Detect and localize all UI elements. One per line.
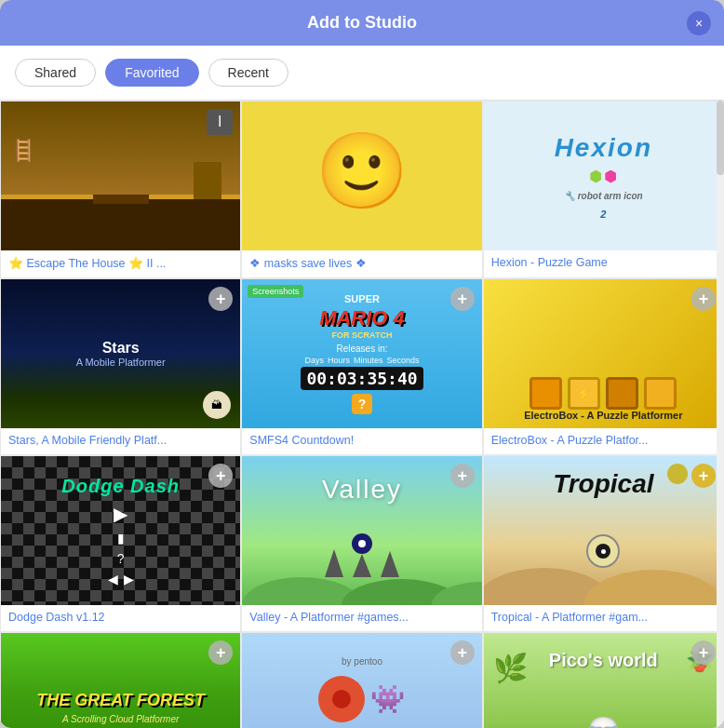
tab-recent[interactable]: Recent bbox=[208, 59, 288, 87]
svg-marker-3 bbox=[325, 549, 343, 577]
game-item-electro[interactable]: ⚡ ElectroBox - A Puzzle Platformer + Ele… bbox=[483, 278, 724, 455]
game-thumb-electro: ⚡ ElectroBox - A Puzzle Platformer + bbox=[484, 279, 723, 428]
game-item-smfs4[interactable]: Screenshots SUPER MARIO 4 FOR SCRATCH Re… bbox=[241, 278, 482, 455]
game-title-smfs4: SMFS4 Countdown! bbox=[242, 428, 481, 454]
game-title-hexion: Hexion - Puzzle Game bbox=[484, 250, 723, 276]
content-area: 🪜 I ⭐ Escape The House ⭐ II ... 🙂 ❖ mask… bbox=[0, 101, 724, 728]
modal-title: Add to Studio bbox=[307, 13, 417, 32]
game-item-valley[interactable]: Valley bbox=[241, 455, 482, 632]
modal-header: Add to Studio × bbox=[0, 0, 724, 46]
game-thumb-smfs4: Screenshots SUPER MARIO 4 FOR SCRATCH Re… bbox=[242, 279, 481, 428]
game-item-dodge[interactable]: Dodge Dash ▶ ▮ ? ◀▶ + Dodge Dash v1.12 bbox=[0, 455, 241, 632]
game-title-dodge: Dodge Dash v1.12 bbox=[1, 605, 240, 631]
game-item-masks[interactable]: 🙂 ❖ masks save lives ❖ bbox=[241, 101, 482, 278]
game-thumb-stars: Stars A Mobile Platformer 🏔 + bbox=[1, 279, 240, 428]
add-button-smfs4[interactable]: + bbox=[450, 287, 475, 311]
add-button-valley[interactable]: + bbox=[450, 464, 475, 488]
add-to-studio-modal: Add to Studio × Shared Favorited Recent … bbox=[0, 0, 724, 728]
game-thumb-tropical: Tropical bbox=[484, 456, 723, 605]
add-button-tropical[interactable]: + bbox=[691, 464, 716, 488]
game-thumb-squary: by pentoo 👾 PASS GO bbox=[242, 633, 481, 728]
tab-shared[interactable]: Shared bbox=[15, 59, 96, 87]
game-item-stars[interactable]: Stars A Mobile Platformer 🏔 + Stars, A M… bbox=[0, 278, 241, 455]
game-item-forest[interactable]: THE GREAT FOREST A Scrolling Cloud Platf… bbox=[0, 632, 241, 728]
game-title-electro: ElectroBox - A Puzzle Platfor... bbox=[484, 428, 723, 454]
svg-point-7 bbox=[583, 570, 723, 605]
game-item-squary[interactable]: by pentoo 👾 PASS GO bbox=[241, 632, 482, 728]
add-button-electro[interactable]: + bbox=[691, 287, 716, 311]
game-thumb-hexion: Hexion 🔧 robot arm icon 2 bbox=[484, 101, 723, 250]
tropical-badge bbox=[667, 464, 688, 484]
tab-bar: Shared Favorited Recent bbox=[0, 46, 724, 101]
game-thumb-escape: 🪜 I bbox=[1, 101, 240, 250]
close-button[interactable]: × bbox=[687, 11, 711, 35]
game-title-masks: ❖ masks save lives ❖ bbox=[242, 250, 481, 277]
screenshot-badge: Screenshots bbox=[248, 285, 303, 298]
scrollbar-thumb[interactable] bbox=[717, 101, 724, 175]
game-thumb-valley: Valley bbox=[242, 456, 481, 605]
game-thumb-masks: 🙂 bbox=[242, 101, 481, 250]
game-thumb-dodge: Dodge Dash ▶ ▮ ? ◀▶ + bbox=[1, 456, 240, 605]
add-button-squary[interactable]: + bbox=[450, 640, 475, 665]
game-thumb-pico: 🌿 🪴 Pico's world 🧝 + bbox=[484, 633, 723, 728]
svg-marker-5 bbox=[381, 551, 399, 577]
game-title-valley: Valley - A Platformer #games... bbox=[242, 605, 481, 631]
game-item-hexion[interactable]: Hexion 🔧 robot arm icon 2 Hexion - Puzzl… bbox=[483, 101, 724, 278]
game-title-tropical: Tropical - A Platformer #gam... bbox=[484, 605, 723, 631]
game-item-escape[interactable]: 🪜 I ⭐ Escape The House ⭐ II ... bbox=[0, 101, 241, 278]
add-button-pico[interactable]: + bbox=[691, 640, 716, 665]
game-title-stars: Stars, A Mobile Friendly Platf... bbox=[1, 428, 240, 454]
game-item-pico[interactable]: 🌿 🪴 Pico's world 🧝 + Pico's World bbox=[483, 632, 724, 728]
game-item-tropical[interactable]: Tropical bbox=[483, 455, 724, 632]
svg-marker-4 bbox=[353, 554, 371, 577]
scrollbar[interactable] bbox=[717, 101, 724, 728]
games-grid: 🪜 I ⭐ Escape The House ⭐ II ... 🙂 ❖ mask… bbox=[0, 101, 724, 728]
tab-favorited[interactable]: Favorited bbox=[105, 59, 198, 87]
game-title-escape: ⭐ Escape The House ⭐ II ... bbox=[1, 250, 240, 277]
game-thumb-forest: THE GREAT FOREST A Scrolling Cloud Platf… bbox=[1, 633, 240, 728]
